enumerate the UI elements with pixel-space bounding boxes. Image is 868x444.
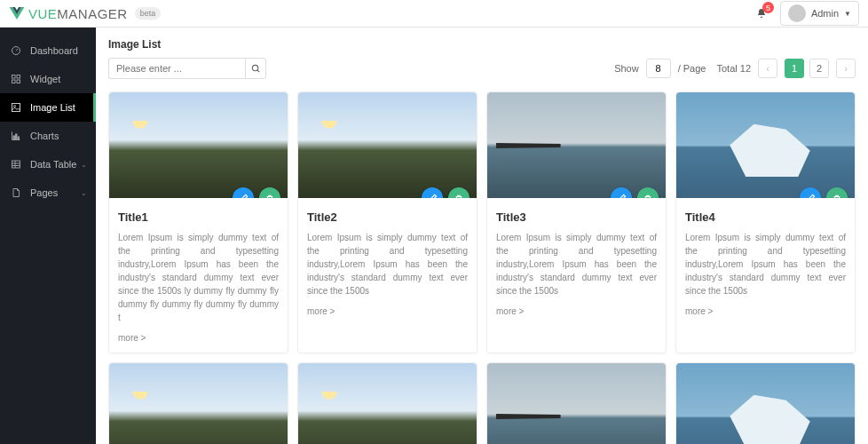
header: VUEMANAGER beta 5 Admin ▼ (0, 0, 868, 28)
notifications-button[interactable]: 5 (756, 7, 767, 20)
notification-badge: 5 (762, 2, 774, 13)
user-menu[interactable]: Admin ▼ (780, 1, 859, 26)
logo[interactable]: VUEMANAGER beta (9, 6, 161, 21)
avatar (788, 4, 806, 22)
logo-text: VUEMANAGER (28, 6, 128, 21)
beta-tag: beta (135, 7, 162, 20)
user-label: Admin (811, 8, 839, 19)
caret-down-icon: ▼ (844, 10, 851, 18)
logo-mark-icon (9, 7, 25, 20)
